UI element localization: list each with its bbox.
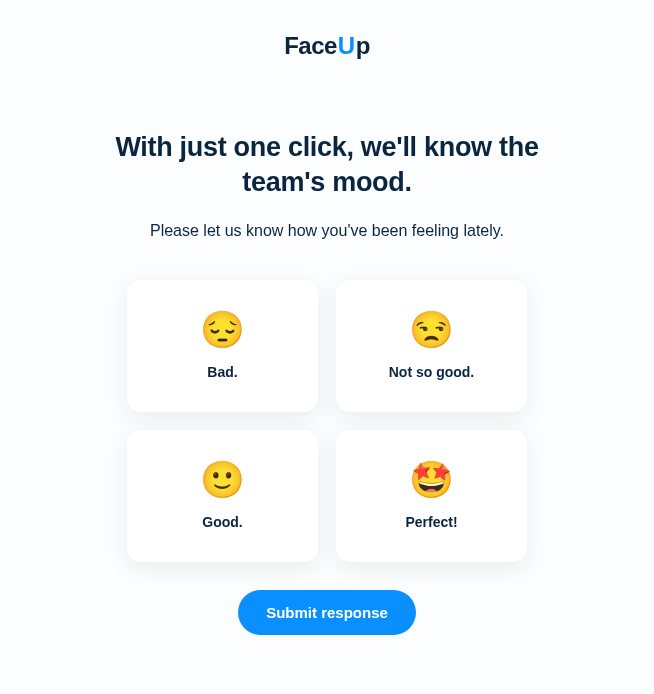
mood-option-label: Good. [202, 514, 242, 530]
logo-p: p [356, 32, 370, 60]
logo-face: Face [284, 32, 337, 60]
brand-logo: FaceUp [284, 32, 370, 60]
emoji-pensive-icon: 😔 [200, 312, 245, 348]
emoji-star-struck-icon: 🤩 [409, 462, 454, 498]
mood-option-perfect[interactable]: 🤩 Perfect! [336, 430, 527, 562]
mood-option-good[interactable]: 🙂 Good. [127, 430, 318, 562]
mood-option-label: Not so good. [389, 364, 475, 380]
mood-option-not-so-good[interactable]: 😒 Not so good. [336, 280, 527, 412]
logo-u: U [338, 32, 355, 60]
page-headline: With just one click, we'll know the team… [87, 130, 567, 200]
page-subtitle: Please let us know how you've been feeli… [150, 222, 504, 240]
mood-option-label: Bad. [207, 364, 237, 380]
mood-option-label: Perfect! [405, 514, 457, 530]
mood-options-grid: 😔 Bad. 😒 Not so good. 🙂 Good. 🤩 Perfect! [127, 280, 527, 562]
submit-response-button[interactable]: Submit response [238, 590, 416, 635]
emoji-unamused-icon: 😒 [409, 312, 454, 348]
mood-option-bad[interactable]: 😔 Bad. [127, 280, 318, 412]
emoji-slight-smile-icon: 🙂 [200, 462, 245, 498]
